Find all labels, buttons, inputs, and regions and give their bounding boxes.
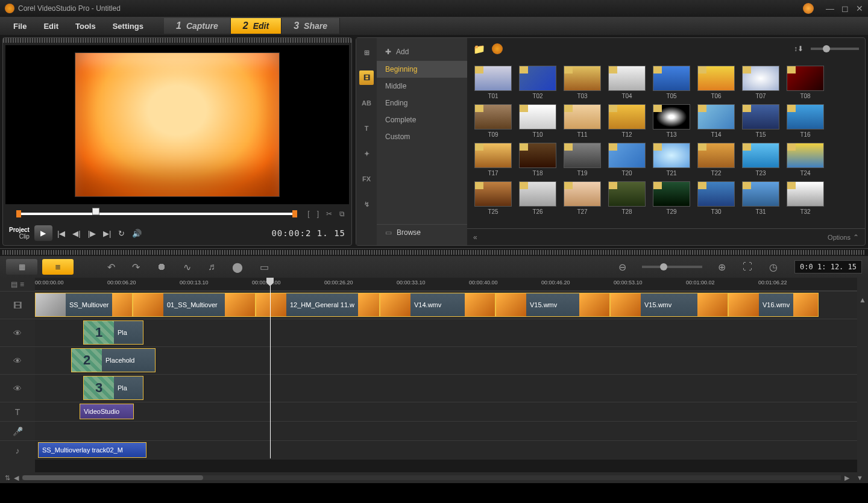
template-T01[interactable]: T01: [473, 66, 513, 99]
overlay2-track-header[interactable]: 👁: [0, 346, 35, 374]
video-track-header[interactable]: 🎞: [0, 291, 35, 319]
preview-timecode[interactable]: 00:00:2 1. 15: [271, 228, 345, 238]
template-T17[interactable]: T17: [473, 143, 513, 177]
library-tab-6[interactable]: ↯: [359, 197, 374, 211]
overlay-track-3[interactable]: 3 Pla: [35, 374, 857, 402]
category-middle[interactable]: Middle: [377, 78, 467, 95]
zoom-out-button[interactable]: ⊖: [612, 261, 632, 273]
overlay-clip-2[interactable]: 2 Placehold: [71, 348, 156, 372]
template-T14[interactable]: T14: [696, 104, 736, 138]
video-clip-1[interactable]: 01_SS_Multiover: [133, 293, 256, 317]
storyboard-mode-button[interactable]: ▦: [6, 259, 37, 275]
scroll-down-icon[interactable]: ▼: [857, 474, 863, 481]
template-T06[interactable]: T06: [696, 66, 736, 99]
video-clip-0[interactable]: SS_Multiover: [35, 293, 133, 317]
overlay1-track-header[interactable]: 👁: [0, 319, 35, 346]
template-T09[interactable]: T09: [473, 104, 513, 138]
template-T27[interactable]: T27: [562, 181, 602, 215]
template-T04[interactable]: T04: [607, 66, 647, 99]
scrubber-handle[interactable]: [92, 208, 99, 215]
template-T26[interactable]: T26: [518, 181, 558, 215]
audio-mixer-button[interactable]: ∿: [177, 261, 197, 273]
title-track-header[interactable]: T: [0, 402, 35, 421]
scrubber[interactable]: [14, 207, 300, 221]
timeline-grip[interactable]: [2, 250, 866, 255]
template-T12[interactable]: T12: [607, 104, 647, 138]
overlay-track-1[interactable]: 1 Pla: [35, 319, 857, 346]
template-T25[interactable]: T25: [473, 181, 513, 215]
split-button[interactable]: ⧉: [338, 210, 347, 218]
browse-button[interactable]: Browse: [397, 228, 421, 237]
timeline-timecode[interactable]: 0:0 1: 12. 15: [794, 260, 862, 273]
reel-icon[interactable]: [491, 43, 503, 55]
template-T29[interactable]: T29: [652, 181, 691, 215]
category-ending[interactable]: Ending: [377, 95, 467, 111]
maximize-button[interactable]: ◻: [841, 4, 849, 13]
video-clip-6[interactable]: V16.wmv: [728, 293, 819, 317]
step-capture[interactable]: 1Capture: [164, 18, 231, 34]
subtitles-button[interactable]: ▭: [254, 261, 275, 273]
horizontal-scrollbar[interactable]: [22, 475, 203, 480]
auto-music-button[interactable]: ♬: [202, 261, 221, 272]
folder-icon[interactable]: 📁: [473, 43, 485, 55]
library-tab-1[interactable]: 🎞: [359, 70, 374, 85]
video-track[interactable]: SS_Multiover01_SS_Multiover12_HM_General…: [35, 291, 857, 319]
template-T13[interactable]: T13: [652, 104, 691, 138]
template-T16[interactable]: T16: [785, 104, 825, 138]
collapse-panel-icon[interactable]: «: [473, 233, 477, 242]
overlay-clip-1[interactable]: 1 Pla: [83, 320, 143, 345]
trim-in-handle[interactable]: [16, 210, 21, 217]
scroll-up-icon[interactable]: ▲: [859, 296, 866, 304]
video-clip-5[interactable]: V15.wmv: [610, 293, 728, 317]
mark-in-button[interactable]: [: [306, 210, 311, 218]
undo-button[interactable]: ↶: [101, 261, 121, 273]
template-T22[interactable]: T22: [696, 143, 736, 177]
cut-button[interactable]: ✂: [324, 210, 334, 218]
track-list-icon[interactable]: ≡: [20, 280, 24, 289]
prev-frame-button[interactable]: ◀|: [70, 229, 83, 238]
go-end-button[interactable]: ▶|: [101, 229, 113, 238]
music-track-header[interactable]: ♪: [0, 440, 35, 460]
template-T20[interactable]: T20: [607, 143, 647, 177]
title-clip[interactable]: VideoStudio: [80, 404, 134, 419]
panel-grip[interactable]: [3, 38, 351, 43]
template-T21[interactable]: T21: [652, 143, 691, 177]
video-clip-2[interactable]: 12_HM_General 11.w: [256, 293, 380, 317]
track-manager-icon[interactable]: ⇅: [5, 474, 10, 482]
fit-project-button[interactable]: ⛶: [737, 261, 758, 272]
step-edit[interactable]: 2Edit: [231, 18, 281, 34]
menu-tools[interactable]: Tools: [67, 18, 104, 34]
redo-button[interactable]: ↷: [126, 261, 146, 273]
template-T23[interactable]: T23: [741, 143, 781, 177]
category-custom[interactable]: Custom: [377, 128, 467, 145]
options-chevron-icon[interactable]: ⌃: [853, 233, 859, 242]
library-tab-0[interactable]: ⊞: [359, 45, 374, 60]
library-tab-5[interactable]: FX: [359, 172, 374, 186]
template-T24[interactable]: T24: [785, 143, 825, 177]
next-frame-button[interactable]: |▶: [86, 229, 98, 238]
minimize-button[interactable]: —: [826, 4, 834, 13]
playhead[interactable]: [270, 278, 271, 458]
menu-edit[interactable]: Edit: [35, 18, 67, 34]
track-view-icon[interactable]: ▤: [11, 280, 17, 289]
category-beginning[interactable]: Beginning: [377, 61, 467, 78]
title-track[interactable]: VideoStudio: [35, 402, 857, 421]
category-complete[interactable]: Complete: [377, 111, 467, 128]
overlay-clip-3[interactable]: 3 Pla: [83, 376, 143, 400]
close-button[interactable]: ✕: [856, 4, 863, 13]
play-button[interactable]: ▶: [34, 225, 52, 241]
library-tab-4[interactable]: ✦: [359, 146, 374, 161]
template-T32[interactable]: T32: [785, 181, 825, 215]
zoom-in-button[interactable]: ⊕: [712, 261, 732, 273]
template-T15[interactable]: T15: [741, 104, 781, 138]
audio-clip[interactable]: SS_Multioverlay track02_M: [38, 442, 146, 458]
volume-button[interactable]: 🔊: [130, 229, 144, 238]
options-button[interactable]: Options: [828, 234, 851, 241]
timeline-mode-button[interactable]: ≣: [42, 259, 74, 275]
clip-mode-label[interactable]: Clip: [19, 233, 30, 240]
voice-track[interactable]: [35, 421, 857, 440]
repeat-button[interactable]: ↻: [116, 229, 127, 238]
music-track[interactable]: SS_Multioverlay track02_M: [35, 440, 857, 460]
chapters-button[interactable]: ⬤: [226, 261, 249, 273]
template-T28[interactable]: T28: [607, 181, 647, 215]
